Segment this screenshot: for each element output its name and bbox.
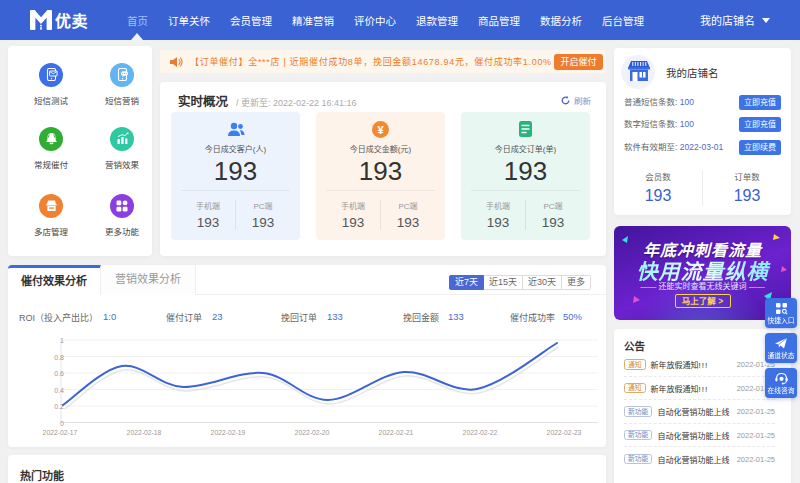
svg-text:2022-02-18: 2022-02-18 bbox=[127, 429, 162, 436]
svg-text:2022-02-20: 2022-02-20 bbox=[295, 429, 330, 436]
svg-text:2022-02-23: 2022-02-23 bbox=[547, 429, 582, 436]
svg-text:2022-02-22: 2022-02-22 bbox=[463, 429, 498, 436]
svg-text:2022-02-21: 2022-02-21 bbox=[379, 429, 414, 436]
svg-text:0.6: 0.6 bbox=[54, 370, 64, 377]
svg-text:0.8: 0.8 bbox=[54, 354, 64, 361]
svg-text:1: 1 bbox=[60, 337, 64, 344]
svg-text:0: 0 bbox=[60, 420, 64, 427]
svg-text:2022-02-17: 2022-02-17 bbox=[43, 429, 78, 436]
svg-text:¥: ¥ bbox=[377, 124, 384, 136]
svg-text:0.4: 0.4 bbox=[54, 387, 64, 394]
svg-text:2022-02-19: 2022-02-19 bbox=[211, 429, 246, 436]
